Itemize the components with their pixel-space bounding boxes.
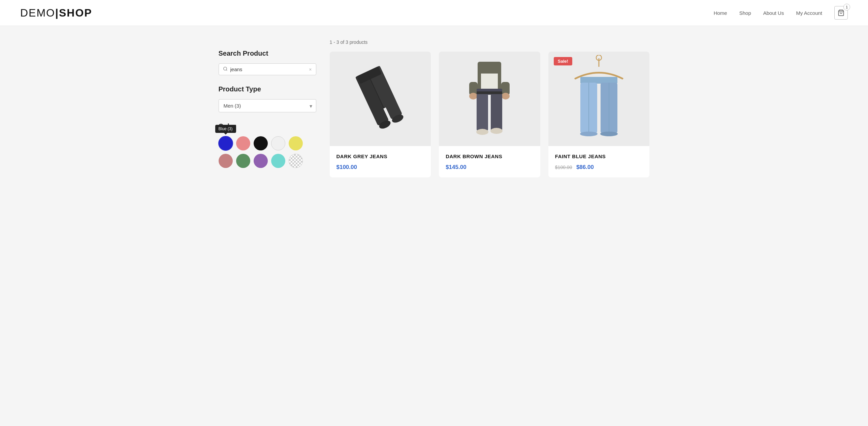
nav-shop[interactable]: Shop [739, 10, 751, 16]
svg-point-31 [580, 132, 597, 136]
color-section: Color Blue (3) [219, 122, 316, 168]
product-info-2: DARK BROWN JEANS $145.00 [439, 146, 540, 177]
swatch-white[interactable] [271, 136, 285, 150]
swatch-container-pink [236, 136, 250, 150]
swatch-black[interactable] [254, 136, 268, 150]
cart-button[interactable]: 1 [834, 6, 848, 20]
product-image-wrap-1 [330, 52, 431, 146]
swatch-container-yellow [289, 136, 303, 150]
svg-rect-19 [476, 94, 488, 131]
main-container: Search Product × Product Type Men (3)Wom… [198, 26, 670, 191]
header: DEMO|SHOP Home Shop About Us My Account … [0, 0, 868, 26]
products-area: 1 - 3 of 3 products [330, 39, 650, 177]
swatch-pink[interactable] [236, 136, 250, 150]
search-section: Search Product × [219, 50, 316, 75]
svg-point-21 [476, 129, 488, 135]
product-type-title: Product Type [219, 85, 316, 93]
nav-account[interactable]: My Account [796, 10, 822, 16]
product-price-wrap-3: $100.00 $86.00 [555, 164, 643, 171]
swatch-blue[interactable] [219, 136, 233, 150]
search-clear-button[interactable]: × [309, 67, 312, 72]
product-info-1: DARK GREY JEANS $100.00 [330, 146, 431, 177]
svg-point-22 [490, 128, 502, 134]
nav-about[interactable]: About Us [763, 10, 784, 16]
logo-shop: SHOP [59, 7, 92, 19]
product-card-faint-blue-jeans[interactable]: Sale! [548, 52, 650, 177]
svg-point-32 [600, 132, 618, 136]
product-image-wrap-2 [439, 52, 540, 146]
product-price-2: $145.00 [445, 164, 533, 171]
product-name-3: FAINT BLUE JEANS [555, 153, 643, 160]
product-image-wrap-3: Sale! [548, 52, 650, 146]
product-type-section: Product Type Men (3)WomenKids ▾ [219, 85, 316, 112]
color-swatches: Blue (3) [219, 136, 316, 168]
swatch-container-purple [254, 154, 268, 168]
swatch-container-blue: Blue (3) [219, 136, 233, 150]
product-price-1: $100.00 [337, 164, 425, 171]
swatch-pattern[interactable] [289, 154, 303, 168]
cart-icon [838, 9, 844, 16]
swatch-container-pattern [289, 154, 303, 168]
sale-badge: Sale! [554, 57, 572, 65]
product-name-2: DARK BROWN JEANS [445, 153, 533, 160]
search-title: Search Product [219, 50, 316, 57]
swatch-purple[interactable] [254, 154, 268, 168]
results-count: 1 - 3 of 3 products [330, 39, 650, 45]
swatch-yellow[interactable] [289, 136, 303, 150]
product-type-dropdown-wrapper: Men (3)WomenKids ▾ [219, 99, 316, 112]
main-nav: Home Shop About Us My Account 1 [714, 6, 848, 20]
product-info-3: FAINT BLUE JEANS $100.00 $86.00 [548, 146, 650, 177]
svg-point-1 [223, 67, 226, 70]
product-image-1 [330, 52, 431, 146]
product-card-dark-brown-jeans[interactable]: DARK BROWN JEANS $145.00 [439, 52, 540, 177]
product-name-1: DARK GREY JEANS [337, 153, 425, 160]
svg-rect-23 [476, 91, 502, 94]
search-icon [223, 66, 228, 72]
product-image-2 [439, 52, 540, 146]
nav-home[interactable]: Home [714, 10, 727, 16]
search-box: × [219, 63, 316, 75]
product-image-3 [548, 52, 650, 146]
swatch-green[interactable] [236, 154, 250, 168]
product-card-dark-grey-jeans[interactable]: DARK GREY JEANS $100.00 [330, 52, 431, 177]
sidebar: Search Product × Product Type Men (3)Wom… [219, 39, 316, 177]
products-grid: DARK GREY JEANS $100.00 [330, 52, 650, 177]
product-price-original-3: $100.00 [555, 165, 572, 170]
product-type-select[interactable]: Men (3)WomenKids [219, 99, 316, 112]
swatch-container-mauve [219, 154, 233, 168]
swatch-container-black [254, 136, 268, 150]
swatch-container-teal [271, 154, 285, 168]
swatch-teal[interactable] [271, 154, 285, 168]
search-input[interactable] [230, 66, 309, 72]
product-price-sale-3: $86.00 [576, 164, 594, 170]
svg-line-2 [226, 70, 227, 71]
swatch-container-green [236, 154, 250, 168]
color-tooltip: Blue (3) [215, 125, 236, 133]
svg-point-17 [501, 93, 509, 100]
logo-demo: DEMO [20, 7, 55, 19]
svg-point-16 [469, 93, 477, 100]
logo[interactable]: DEMO|SHOP [20, 7, 92, 19]
swatch-mauve[interactable] [219, 154, 233, 168]
cart-badge: 1 [843, 4, 850, 10]
svg-rect-20 [491, 94, 502, 131]
swatch-container-white [271, 136, 285, 150]
